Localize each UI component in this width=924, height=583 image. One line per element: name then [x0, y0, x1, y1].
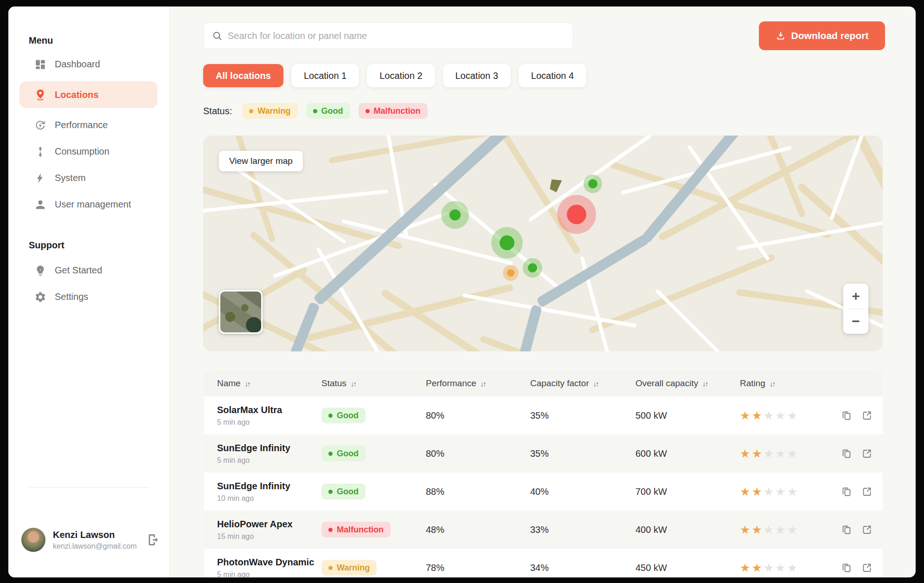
column-header-label: Rating	[740, 378, 765, 389]
column-header-status[interactable]: Status↓↑	[321, 378, 426, 389]
external-link-icon[interactable]	[861, 486, 873, 497]
star-icon: ★	[764, 409, 775, 422]
sidebar-item-user-management[interactable]: User management	[19, 191, 157, 218]
performance-icon	[34, 119, 46, 131]
column-header-rating[interactable]: Rating↓↑	[740, 378, 841, 389]
table-row[interactable]: PhotonWave Dynamic5 min agoWarning78%34%…	[204, 549, 883, 577]
sidebar-item-dashboard[interactable]: Dashboard	[19, 51, 157, 78]
rating-stars[interactable]: ★★★★★	[740, 524, 841, 536]
sidebar-item-get-started[interactable]: Get Started	[19, 257, 157, 284]
rating-stars[interactable]: ★★★★★	[740, 410, 841, 421]
star-icon: ★	[764, 447, 775, 460]
map-marker-good[interactable]	[441, 201, 469, 229]
column-header-name[interactable]: Name↓↑	[204, 378, 321, 389]
star-icon: ★	[775, 561, 787, 574]
sidebar-item-label: Settings	[55, 292, 88, 302]
user-profile[interactable]: Kenzi Lawson kenzi.lawson@gmail.com	[21, 525, 160, 554]
external-link-icon[interactable]	[861, 410, 873, 421]
star-icon: ★	[787, 485, 799, 498]
filter-tab-location-2[interactable]: Location 2	[367, 64, 435, 87]
row-actions	[841, 410, 883, 421]
satellite-inset-thumbnail[interactable]	[219, 290, 263, 334]
filter-tab-location-4[interactable]: Location 4	[519, 64, 586, 87]
capacity-factor-value: 33%	[530, 525, 635, 535]
logout-icon[interactable]	[146, 532, 160, 547]
table-row[interactable]: SunEdge Infinity10 min agoGood88%40%700 …	[204, 473, 883, 511]
zoom-in-button[interactable]: +	[843, 284, 868, 309]
map-marker-good[interactable]	[491, 227, 523, 259]
map-marker-good[interactable]	[584, 175, 602, 193]
rating-stars[interactable]: ★★★★★	[740, 448, 841, 460]
star-icon: ★	[751, 447, 763, 460]
map-marker-malfunction[interactable]	[557, 195, 596, 234]
profile-email: kenzi.lawson@gmail.com	[53, 542, 137, 551]
marker-core	[449, 209, 461, 220]
filter-tab-all-locations[interactable]: All locations	[203, 64, 283, 87]
sidebar-item-locations[interactable]: Locations	[19, 81, 157, 108]
search-box[interactable]	[203, 22, 573, 49]
map-marker-good[interactable]	[523, 258, 542, 278]
overall-capacity-value: 450 kW	[635, 563, 740, 573]
sort-icon: ↓↑	[481, 380, 486, 388]
row-actions	[841, 524, 883, 535]
rating-stars[interactable]: ★★★★★	[740, 562, 841, 574]
sidebar-item-label: User management	[55, 199, 131, 210]
last-updated: 10 min ago	[217, 494, 321, 503]
view-larger-map-button[interactable]: View larger map	[219, 151, 303, 171]
rating-stars[interactable]: ★★★★★	[740, 486, 841, 498]
search-icon	[212, 31, 222, 41]
sidebar-item-consumption[interactable]: Consumption	[19, 138, 157, 165]
system-bolt-icon	[34, 172, 46, 184]
sidebar-item-label: Get Started	[55, 265, 102, 276]
dashboard-icon	[34, 58, 46, 71]
sidebar-item-settings[interactable]: Settings	[19, 284, 157, 310]
map-zoom-control: + −	[843, 284, 868, 334]
map-road	[380, 289, 625, 351]
column-header-capacity-factor[interactable]: Capacity factor↓↑	[530, 378, 635, 389]
map-marker-warning[interactable]	[503, 265, 519, 281]
support-nav: Get StartedSettings	[8, 257, 169, 310]
column-header-performance[interactable]: Performance↓↑	[426, 378, 530, 389]
consumption-icon	[34, 146, 46, 158]
copy-icon[interactable]	[841, 448, 852, 459]
column-header-overall-capacity[interactable]: Overall capacity↓↑	[635, 378, 740, 389]
external-link-icon[interactable]	[861, 524, 873, 535]
status-dot	[328, 414, 333, 418]
copy-icon[interactable]	[841, 486, 852, 497]
capacity-factor-value: 34%	[530, 563, 635, 573]
copy-icon[interactable]	[841, 410, 852, 421]
column-header-label: Overall capacity	[635, 378, 698, 389]
sidebar-item-performance[interactable]: Performance	[19, 112, 157, 138]
star-icon: ★	[751, 409, 763, 422]
map[interactable]: View larger map + −	[203, 136, 883, 351]
legend-badge-good: Good	[306, 103, 350, 119]
status-cell: Malfunction	[321, 522, 426, 538]
copy-icon[interactable]	[841, 524, 852, 535]
app-window: Menu DashboardLocationsPerformanceConsum…	[8, 6, 916, 577]
row-actions	[841, 448, 883, 459]
filter-tab-location-1[interactable]: Location 1	[291, 64, 359, 87]
zoom-out-button[interactable]: −	[843, 309, 868, 334]
copy-icon[interactable]	[841, 562, 852, 573]
search-input[interactable]	[228, 31, 565, 41]
external-link-icon[interactable]	[861, 562, 873, 573]
star-icon: ★	[775, 485, 787, 498]
sidebar-item-system[interactable]: System	[19, 165, 157, 191]
panel-name: HelioPower Apex	[217, 519, 321, 530]
external-link-icon[interactable]	[861, 448, 873, 459]
sidebar-item-label: Locations	[55, 90, 98, 100]
star-icon: ★	[740, 485, 751, 498]
legend-badge-malfunction: Malfunction	[359, 103, 428, 119]
performance-value: 78%	[426, 563, 530, 573]
download-report-button[interactable]: Download report	[759, 21, 885, 50]
filter-tab-location-3[interactable]: Location 3	[443, 64, 511, 87]
profile-text: Kenzi Lawson kenzi.lawson@gmail.com	[53, 530, 137, 551]
row-actions	[841, 562, 883, 573]
gear-icon	[34, 291, 46, 303]
table-row[interactable]: SunEdge Infinity5 min agoGood80%35%600 k…	[204, 434, 883, 473]
map-park-polygon	[549, 178, 562, 193]
panels-table: Name↓↑Status↓↑Performance↓↑Capacity fact…	[204, 370, 883, 577]
table-row[interactable]: HelioPower Apex15 min agoMalfunction48%3…	[204, 511, 883, 549]
table-row[interactable]: SolarMax Ultra5 min agoGood80%35%500 kW★…	[204, 396, 883, 434]
marker-core	[528, 263, 537, 272]
